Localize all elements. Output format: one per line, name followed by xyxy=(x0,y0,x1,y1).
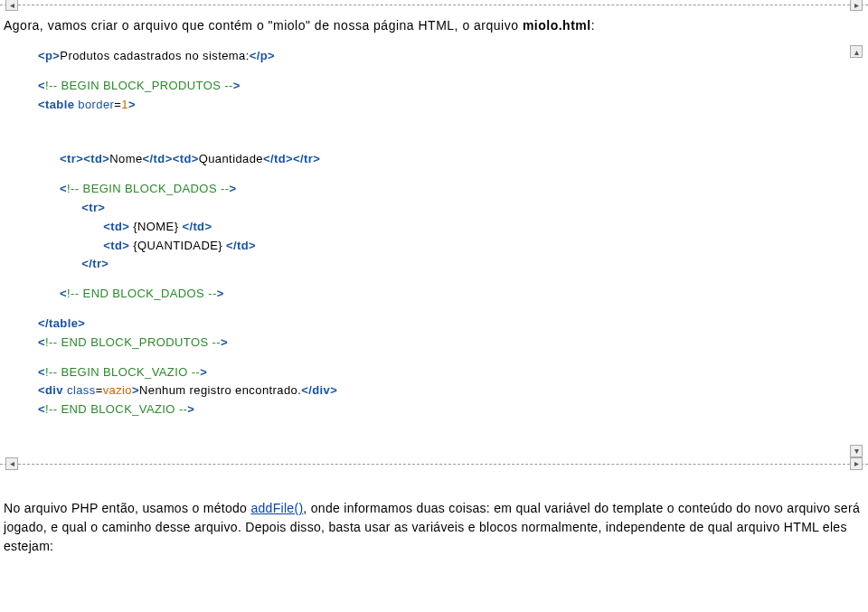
scroll-left-icon[interactable]: ◂ xyxy=(5,0,18,11)
code-line-14: <div class=vazio>Nenhum registro encontr… xyxy=(38,381,863,400)
code-line-5: <!-- BEGIN BLOCK_DADOS --> xyxy=(38,180,863,199)
intro-filename: miolo.html xyxy=(523,18,591,33)
code-line-7: <td> {NOME} </td> xyxy=(38,218,863,237)
code-line-13: <!-- BEGIN BLOCK_VAZIO --> xyxy=(38,363,863,382)
code-line-11: </table> xyxy=(38,315,863,334)
code-line-8: <td> {QUANTIDADE} </td> xyxy=(38,237,863,256)
code-scroll-up-icon[interactable]: ▴ xyxy=(850,45,863,58)
section-bottom-divider: ◂ ▸ xyxy=(0,459,868,470)
intro-paragraph: Agora, vamos criar o arquivo que contém … xyxy=(0,11,868,43)
code-line-2: <!-- BEGIN BLOCK_PRODUTOS --> xyxy=(38,77,863,96)
scroll-right-icon[interactable]: ▸ xyxy=(850,0,863,11)
code-line-12: <!-- END BLOCK_PRODUTOS --> xyxy=(38,334,863,353)
code-line-3: <table border=1> xyxy=(38,96,863,115)
addfile-link[interactable]: addFile() xyxy=(250,501,303,515)
scroll-left-icon-bottom[interactable]: ◂ xyxy=(5,457,18,470)
divider-line xyxy=(0,5,868,5)
code-line-4: <tr><td>Nome</td><td>Quantidade</td></tr… xyxy=(38,150,863,169)
intro-text-suffix: : xyxy=(591,18,595,33)
scroll-right-icon-bottom[interactable]: ▸ xyxy=(850,457,863,470)
explain-text-1: No arquivo PHP então, usamos o método xyxy=(4,501,250,515)
section-top-divider: ◂ ▸ xyxy=(0,0,868,11)
code-line-1: <p>Produtos cadastrados no sistema:</p> xyxy=(38,47,863,66)
code-line-9: </tr> xyxy=(38,255,863,274)
code-scroll-down-icon[interactable]: ▾ xyxy=(850,445,863,457)
code-line-10: <!-- END BLOCK_DADOS --> xyxy=(38,285,863,304)
explanation-paragraph: No arquivo PHP então, usamos o método ad… xyxy=(0,490,868,563)
divider-line-bottom xyxy=(0,464,868,465)
code-line-15: <!-- END BLOCK_VAZIO --> xyxy=(38,400,863,419)
code-line-6: <tr> xyxy=(38,199,863,218)
intro-text-prefix: Agora, vamos criar o arquivo que contém … xyxy=(4,18,523,33)
code-block: ▴ ▾ <p>Produtos cadastrados no sistema:<… xyxy=(0,43,868,459)
